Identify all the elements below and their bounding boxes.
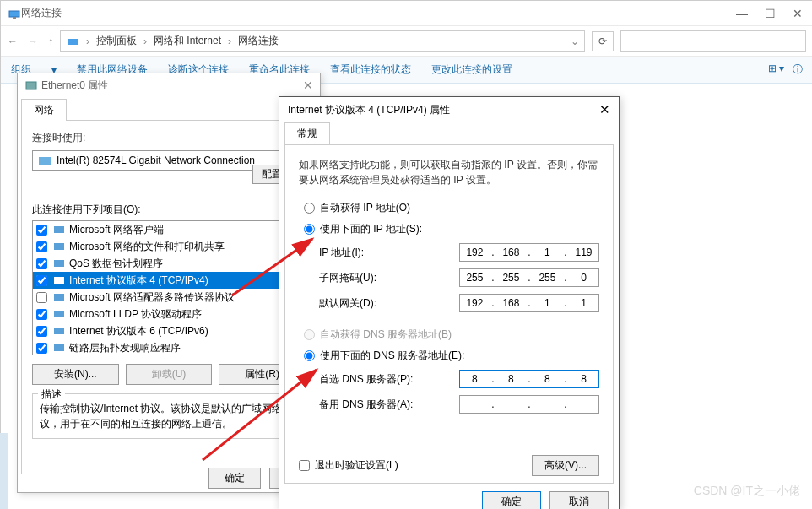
tab-network[interactable]: 网络 [21,99,67,121]
ip-octet[interactable]: 255 [498,272,523,284]
ip-octet[interactable]: 1 [534,297,560,309]
dns2-row: 备用 DNS 服务器(A): ... [319,395,599,414]
maximize-button[interactable]: ☐ [765,7,776,20]
list-item[interactable]: QoS 数据包计划程序 [33,255,305,272]
uninstall-button: 卸载(U) [126,364,213,385]
breadcrumb-item[interactable]: 网络连接 [238,34,279,48]
checkbox[interactable] [36,292,47,303]
item-label: Microsoft 网络适配器多路传送器协议 [69,290,235,305]
dialog-title-bar: Internet 协议版本 4 (TCP/IPv4) 属性 ✕ [279,97,619,122]
breadcrumb[interactable]: › 控制面板 › 网络和 Internet › 网络连接 ⌄ [60,30,585,52]
close-icon[interactable]: ✕ [599,102,610,117]
cancel-button[interactable]: 取消 [549,491,609,509]
ip-address-input[interactable]: 192.168.1.119 [459,243,599,262]
checkbox[interactable] [36,309,47,320]
advanced-button[interactable]: 高级(V)... [532,455,599,476]
close-button[interactable]: ✕ [793,7,803,20]
list-item[interactable]: Microsoft LLDP 协议驱动程序 [33,306,305,322]
checkbox[interactable] [36,326,47,337]
tab-content: 连接时使用: Intel(R) 82574L Gigabit Network C… [21,120,317,474]
radio-auto-dns [304,329,315,340]
dns1-row: 首选 DNS 服务器(P): 8.8.8.8 [319,370,599,388]
ip-octet[interactable]: 255 [462,272,487,284]
subnet-mask-input[interactable]: 255.255.255.0 [459,268,599,287]
auto-ip-radio[interactable]: 自动获得 IP 地址(O) [304,201,599,215]
search-input[interactable] [620,30,806,52]
checkbox[interactable] [36,275,47,286]
minimize-button[interactable]: — [736,7,748,20]
ip-octet[interactable]: 8 [571,373,596,385]
breadcrumb-item[interactable]: 网络和 Internet [154,34,221,48]
checkbox[interactable] [36,343,47,354]
up-button[interactable]: ↑ [48,35,53,47]
ip-octet[interactable]: 1 [571,297,596,309]
toolbar-item[interactable]: 更改此连接的设置 [431,62,512,77]
item-label: 链路层拓扑发现响应程序 [69,341,181,355]
help-text: 如果网络支持此功能，则可以获取自动指派的 IP 设置。否则，你需要从网络系统管理… [299,157,599,187]
dns1-label: 首选 DNS 服务器(P): [319,372,459,387]
tab-content: 如果网络支持此功能，则可以获取自动指派的 IP 设置。否则，你需要从网络系统管理… [284,144,614,484]
view-icon[interactable]: ⊞ ▾ [768,62,784,77]
list-item[interactable]: 链路层拓扑发现响应程序 [33,339,305,355]
ip-octet[interactable]: 192 [462,246,487,258]
adapter-icon [38,155,51,165]
breadcrumb-item[interactable]: 控制面板 [96,34,137,48]
items-list[interactable]: Microsoft 网络客户端Microsoft 网络的文件和打印机共享QoS … [32,220,306,355]
ip-octet[interactable]: 8 [498,373,523,385]
toolbar-item[interactable]: 查看此连接的状态 [330,62,411,77]
auto-dns-radio: 自动获得 DNS 服务器地址(B) [304,328,599,342]
checkbox[interactable] [36,258,47,269]
item-label: Internet 协议版本 6 (TCP/IPv6) [69,324,208,338]
svg-rect-3 [26,82,36,89]
ip-octet[interactable]: 119 [571,246,596,258]
forward-button[interactable]: → [28,35,38,47]
radio-manual-ip[interactable] [304,224,315,235]
svg-rect-8 [54,277,64,284]
radio-manual-dns[interactable] [304,350,315,361]
radio-auto-ip[interactable] [304,203,315,214]
ip-octet[interactable]: 8 [534,373,560,385]
protocol-icon [52,225,66,235]
list-item[interactable]: Internet 协议版本 6 (TCP/IPv6) [33,322,305,339]
ip-octet[interactable]: 8 [462,373,487,385]
item-label: Internet 协议版本 4 (TCP/IPv4) [69,273,208,288]
exit-validate-checkbox[interactable]: 退出时验证设置(L) [299,458,398,473]
gateway-row: 默认网关(D): 192.168.1.1 [319,294,599,312]
ip-octet[interactable]: 168 [498,246,523,258]
svg-rect-5 [54,226,64,233]
list-item[interactable]: Internet 协议版本 4 (TCP/IPv4) [33,272,305,289]
ip-octet[interactable]: 168 [498,297,523,309]
list-item[interactable]: Microsoft 网络适配器多路传送器协议 [33,289,305,306]
ok-button[interactable]: 确定 [482,491,541,509]
back-button[interactable]: ← [8,35,18,47]
checkbox[interactable] [36,241,47,252]
list-item[interactable]: Microsoft 网络的文件和打印机共享 [33,238,305,255]
dns1-input[interactable]: 8.8.8.8 [459,370,599,388]
protocol-icon [52,326,66,336]
list-item[interactable]: Microsoft 网络客户端 [33,221,305,238]
protocol-icon [52,241,66,252]
close-icon[interactable]: ✕ [303,79,313,92]
manual-dns-radio[interactable]: 使用下面的 DNS 服务器地址(E): [304,349,599,363]
item-label: QoS 数据包计划程序 [69,257,163,271]
ip-octet[interactable]: 192 [462,297,487,309]
item-label: Microsoft 网络客户端 [69,223,164,237]
watermark: CSDN @IT之一小佬 [694,484,800,499]
description-group: 描述 传输控制协议/Internet 协议。该协议是默认的广域网络协议，用于在不… [32,393,306,439]
checkbox[interactable] [36,225,47,236]
svg-rect-10 [54,311,64,317]
install-button[interactable]: 安装(N)... [32,364,119,385]
refresh-button[interactable]: ⟳ [592,31,614,51]
gateway-input[interactable]: 192.168.1.1 [459,294,599,312]
ip-octet[interactable]: 1 [534,246,560,258]
tab-general[interactable]: 常规 [284,122,330,144]
info-icon[interactable]: ⓘ [793,62,803,77]
manual-ip-radio[interactable]: 使用下面的 IP 地址(S): [304,222,599,236]
ip-octet[interactable]: 0 [571,272,596,284]
ok-button[interactable]: 确定 [208,468,261,489]
dns2-input[interactable]: ... [459,395,599,414]
checkbox-validate[interactable] [299,460,310,471]
dialog-title: Internet 协议版本 4 (TCP/IPv4) 属性 [288,103,599,117]
ip-octet[interactable]: 255 [534,272,560,284]
protocol-icon [52,343,66,353]
